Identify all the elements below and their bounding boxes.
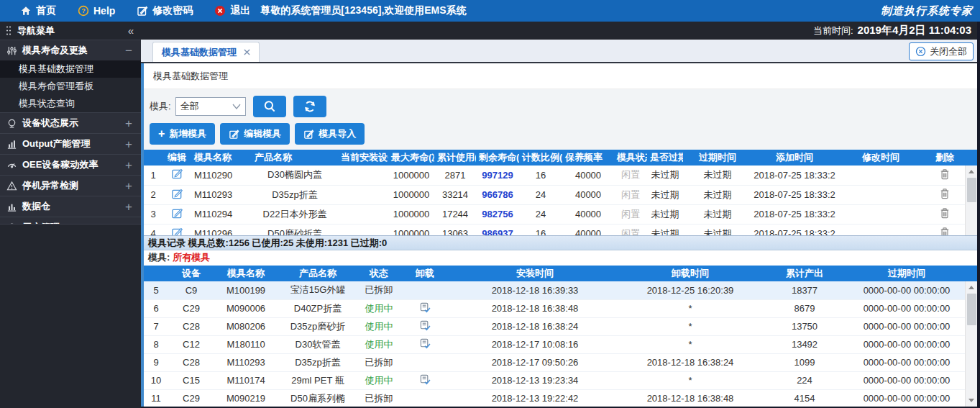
current-time-value: 2019年4月2日 11:04:03 <box>858 24 971 37</box>
delete-cell <box>925 166 965 185</box>
column-header: 添加时间 <box>752 150 837 166</box>
max-life: 1000000 <box>388 204 434 224</box>
row-edit-icon[interactable] <box>171 227 183 236</box>
table2-body: 5C9M100199宝洁15G外罐已拆卸2018-12-18 16:39:332… <box>144 281 965 407</box>
expire-time: 未过期 <box>683 204 752 224</box>
total-output: 4154 <box>761 389 848 407</box>
max-life: 1000000 <box>388 185 434 204</box>
sidebar-group-用户管理[interactable]: 用户管理+ <box>0 217 141 224</box>
sidebar-group-模具寿命及更换[interactable]: 模具寿命及更换− <box>0 40 141 60</box>
logout-button[interactable]: 退出 <box>214 4 250 17</box>
sidebar-group-Output产能管理[interactable]: Output产能管理+ <box>0 133 141 154</box>
tab-mold-basic-data[interactable]: 模具基础数据管理 <box>152 42 260 62</box>
table2-scrollbar[interactable] <box>965 281 977 407</box>
row-edit-icon[interactable] <box>171 207 183 219</box>
scroll-up-arrow[interactable] <box>966 282 977 293</box>
expand-group-icon[interactable]: + <box>125 201 132 213</box>
modified-time <box>837 224 925 235</box>
device-code: C29 <box>168 299 214 317</box>
row-index-header <box>144 266 168 281</box>
tab-close-icon[interactable] <box>244 49 250 55</box>
scroll-up-arrow[interactable] <box>966 166 977 177</box>
import-mold-button[interactable]: 模具导入 <box>295 123 365 145</box>
help-button[interactable]: ? Help <box>78 5 115 17</box>
count-ratio: 16 <box>519 224 562 235</box>
collapse-group-icon[interactable]: − <box>125 45 132 57</box>
change-password-button[interactable]: 修改密码 <box>137 4 193 17</box>
edit-mold-label: 编辑模具 <box>244 127 281 140</box>
total-output: 1099 <box>761 353 848 371</box>
install-row: 10C15M11017429ml PET 瓶使用中2018-12-13 19:2… <box>144 371 965 389</box>
delete-cell <box>925 185 965 204</box>
edit-cell <box>162 224 191 235</box>
product-name: D30椭圆内盖 <box>252 166 338 185</box>
row-edit-icon[interactable] <box>171 188 183 200</box>
mold-scope-row: 模具: 所有模具 <box>144 250 977 266</box>
install-time: 2018-12-17 10:08:16 <box>450 335 620 353</box>
sidebar-group-设备状态展示[interactable]: 设备状态展示+ <box>0 112 141 133</box>
column-header: 保养频率 <box>562 150 614 166</box>
refresh-button[interactable] <box>293 96 326 117</box>
column-header: 过期时间 <box>683 150 752 166</box>
expire-time: 未过期 <box>683 185 752 204</box>
max-life: 1000000 <box>388 166 434 185</box>
unload-time: 2018-12-18 16:38:24 <box>620 353 761 371</box>
search-button[interactable] <box>253 96 286 117</box>
modified-time <box>837 185 925 204</box>
row-edit-icon[interactable] <box>171 168 183 180</box>
mold-status: 闲置 <box>614 185 647 204</box>
unload-icon[interactable] <box>419 373 431 386</box>
mold-row: 2M110293D35zp折盖1000000332149667862440000… <box>144 185 965 204</box>
mold-code: M110293 <box>214 353 278 371</box>
used-count: 17244 <box>434 204 476 224</box>
expire-time: 0000-00-00 00:00:00 <box>848 335 965 353</box>
row-index: 6 <box>144 299 168 317</box>
tab-label: 模具基础数据管理 <box>162 46 237 59</box>
scroll-thumb[interactable] <box>967 178 976 202</box>
expand-group-icon[interactable]: + <box>125 159 132 171</box>
home-button[interactable]: 首页 <box>20 4 56 17</box>
trash-icon[interactable] <box>940 207 950 219</box>
close-all-button[interactable]: 关闭全部 <box>909 42 974 60</box>
unload-icon[interactable] <box>419 319 431 332</box>
product-name: D35zp磨砂折 <box>278 317 358 335</box>
expand-group-icon[interactable]: + <box>125 117 132 130</box>
edit-cell <box>162 166 191 185</box>
trash-icon[interactable] <box>940 168 950 180</box>
scroll-thumb[interactable] <box>967 294 976 325</box>
unload-icon[interactable] <box>419 337 431 350</box>
trash-icon[interactable] <box>940 227 950 235</box>
column-header: 模具状态 <box>614 150 647 166</box>
sidebar-group-停机异常检测[interactable]: 停机异常检测+ <box>0 175 141 196</box>
mold-select[interactable]: 全部 <box>175 97 246 116</box>
sidebar-subitem-模具基础数据管理[interactable]: 模具基础数据管理 <box>0 60 141 78</box>
column-header: 最大寿命(次) <box>388 150 434 166</box>
product-name: D40ZP折盖 <box>278 299 358 317</box>
home-icon <box>20 5 32 17</box>
mold-code: M180110 <box>214 335 278 353</box>
edit-mold-button[interactable]: 编辑模具 <box>220 123 290 145</box>
unload-icon[interactable] <box>419 302 431 314</box>
sidebar-group-OEE设备稼动效率[interactable]: OEE设备稼动效率+ <box>0 154 141 175</box>
trash-icon[interactable] <box>940 188 950 199</box>
scroll-down-arrow[interactable] <box>966 395 977 406</box>
expand-group-icon[interactable]: + <box>125 138 132 150</box>
expand-group-icon[interactable]: + <box>125 180 132 192</box>
row-index: 10 <box>144 371 168 389</box>
count-ratio: 16 <box>519 166 562 185</box>
sidebar-subitem-模具寿命管理看板[interactable]: 模具寿命管理看板 <box>0 78 141 95</box>
mold-table-header: 编辑模具名称产品名称当前安装设备最大寿命(次)累计使用(次)剩余寿命(次)计数比… <box>144 150 977 166</box>
pencil-square-icon <box>137 5 148 17</box>
installed-device <box>338 185 388 204</box>
table1-scrollbar[interactable] <box>965 166 977 235</box>
expire-time: 未过期 <box>683 224 752 235</box>
sidebar-subitem-模具状态查询[interactable]: 模具状态查询 <box>0 95 141 112</box>
unload-time: * <box>620 335 761 353</box>
mold-code: M110296 <box>191 224 252 235</box>
mold-scope-label: 模具: <box>148 250 170 266</box>
install-time: 2018-12-17 09:50:26 <box>450 353 620 371</box>
unload-time: * <box>620 371 761 389</box>
add-mold-button[interactable]: + 新增模具 <box>150 123 215 145</box>
sidebar-group-数据仓[interactable]: 数据仓+ <box>0 196 141 217</box>
sidebar-collapse-icon[interactable]: « <box>128 25 134 36</box>
